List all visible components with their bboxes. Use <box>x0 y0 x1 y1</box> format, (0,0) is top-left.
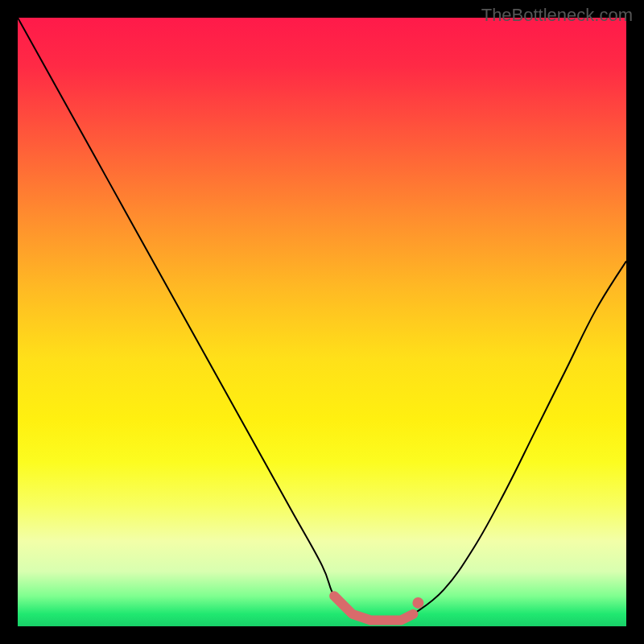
chart-svg <box>18 18 626 626</box>
plot-area <box>18 18 626 626</box>
optimal-zone-dot <box>412 597 423 609</box>
optimal-zone-marker <box>334 596 413 620</box>
watermark-text: TheBottleneck.com <box>481 5 633 26</box>
bottleneck-curve-line <box>18 18 626 621</box>
